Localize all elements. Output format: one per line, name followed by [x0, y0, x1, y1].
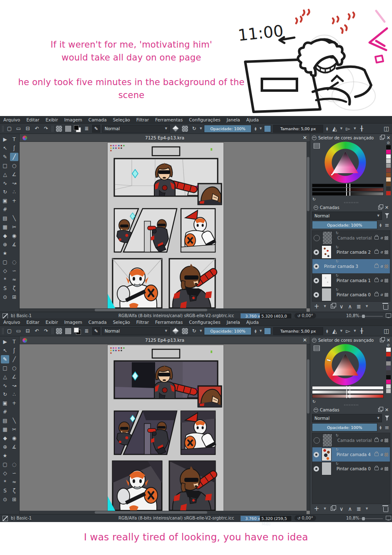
polygon-select-tool[interactable]: ◇	[1, 469, 9, 477]
brush-preset-list-button[interactable]: ≣	[83, 125, 90, 132]
freehand-brush-tool[interactable]: ✎	[1, 355, 9, 363]
color-settings-icon[interactable]	[314, 143, 320, 149]
close-panel-icon[interactable]: ✕	[387, 338, 390, 343]
color-history-swatch[interactable]	[386, 182, 391, 186]
zoom-slider[interactable]	[359, 518, 383, 519]
color-history-swatch[interactable]	[386, 375, 391, 379]
color-history-swatch[interactable]	[386, 159, 391, 163]
measure-tool[interactable]: ∡	[10, 443, 18, 451]
lock-icon[interactable]	[374, 279, 379, 282]
inherit-alpha-icon[interactable]	[384, 293, 388, 297]
reference-images-tool[interactable]: ★	[1, 249, 9, 257]
freehand-select-tool[interactable]: ∽	[10, 267, 18, 275]
crop-tool[interactable]: #	[1, 205, 9, 214]
pan-tool[interactable]: ⊞	[10, 495, 18, 504]
refresh-colors-icon[interactable]: ↻	[312, 197, 316, 202]
menu-editar[interactable]: Editar	[26, 320, 39, 325]
layer-filter-icon[interactable]	[384, 416, 389, 421]
menu-camada[interactable]: Camada	[88, 320, 107, 325]
inherit-alpha-icon[interactable]	[384, 265, 388, 268]
wrap-around-button[interactable]: ▻	[344, 125, 352, 132]
move-tool[interactable]: +	[10, 399, 18, 407]
layer-visibility-toggle[interactable]	[314, 235, 320, 241]
lock-icon[interactable]	[374, 265, 379, 268]
rotation-reset-icon[interactable]: ↺	[297, 516, 301, 520]
chevron-down-icon[interactable]: ▼	[259, 127, 261, 130]
redo-button[interactable]: ↷	[43, 328, 50, 335]
menu-janela[interactable]: Janela	[226, 117, 240, 122]
rotation-reset-icon[interactable]: ↺	[297, 314, 301, 318]
alpha-lock-icon[interactable]: α	[380, 467, 383, 471]
color-history-swatch[interactable]	[386, 164, 391, 168]
shade-slider[interactable]	[312, 188, 384, 192]
float-panel-icon[interactable]	[378, 408, 382, 412]
color-history-swatch[interactable]	[386, 371, 391, 375]
freehand-brush-tool[interactable]: ✎	[1, 153, 9, 161]
close-panel-icon[interactable]: ✕	[385, 407, 389, 413]
smart-patch-tool[interactable]: ✂	[10, 425, 18, 434]
layer-row[interactable]: ↻Pintar camada 0α	[312, 462, 390, 476]
magnetic-select-tool[interactable]: ζ	[10, 284, 18, 293]
lock-icon[interactable]	[374, 439, 379, 442]
pattern-chooser-button[interactable]	[65, 125, 72, 132]
calligraphy-tool[interactable]: ʃ	[10, 346, 18, 355]
alpha-lock-icon[interactable]: α	[380, 236, 383, 240]
inherit-alpha-icon[interactable]	[384, 439, 388, 442]
freehand-path-tool[interactable]: ↝	[10, 381, 18, 390]
layer-opacity-slider[interactable]: Opacidade: 100%	[312, 423, 377, 431]
size-spinner[interactable]: ▲▼	[325, 126, 329, 131]
trim-button[interactable]: ╂	[358, 328, 365, 335]
opacity-slider[interactable]: Opacidade: 100%	[204, 327, 251, 335]
color-history-swatch[interactable]	[386, 348, 391, 352]
brush-size-slider[interactable]: Tamanho: 5,00 px	[273, 125, 323, 133]
layer-visibility-toggle[interactable]	[314, 437, 320, 444]
color-history-swatch[interactable]	[386, 173, 391, 177]
enclose-fill-tool[interactable]: ◉	[10, 232, 18, 240]
reload-preset-button[interactable]: ↻	[191, 328, 198, 335]
alpha-lock-icon[interactable]: α	[380, 293, 383, 297]
select-shapes-tool[interactable]: ▶	[1, 338, 9, 346]
chevron-down-icon[interactable]: ▼	[324, 507, 326, 510]
canvas-rotation-widget[interactable]: ↺0,00°	[294, 515, 316, 521]
contiguous-select-tool[interactable]: *	[1, 478, 9, 486]
pattern-tool[interactable]: ▦	[1, 223, 9, 231]
vertical-scrollbar[interactable]	[307, 344, 310, 511]
redo-button[interactable]: ↷	[43, 125, 50, 132]
similar-select-tool[interactable]: ≈	[10, 478, 18, 486]
no-color-icon[interactable]: ⊘	[387, 343, 390, 347]
fit-to-screen-icon[interactable]	[386, 313, 391, 318]
text-tool[interactable]: T	[10, 135, 18, 144]
freehand-path-tool[interactable]: ↝	[10, 179, 18, 187]
gradient-tool[interactable]: ▤	[1, 214, 9, 222]
shade-slider[interactable]	[312, 394, 384, 398]
vertical-scrollbar-thumb[interactable]	[307, 359, 309, 414]
layer-opacity-spinner[interactable]: ▲▼	[379, 223, 382, 227]
document-titlebar[interactable]: 7125 Ep4-p13.kra ✕	[20, 336, 310, 344]
menu-filtrar[interactable]: Filtrar	[136, 117, 149, 122]
edit-shapes-tool[interactable]: ↖	[1, 144, 9, 152]
inherit-alpha-icon[interactable]	[384, 236, 388, 240]
menu-filtrar[interactable]: Filtrar	[136, 320, 149, 325]
undo-button[interactable]: ↶	[33, 328, 40, 335]
layer-blend-mode-dropdown[interactable]: Normal▼	[312, 414, 382, 422]
eraser-mode-button[interactable]	[172, 328, 179, 335]
color-history-swatch[interactable]	[386, 177, 391, 182]
menu-ferramentas[interactable]: Ferramentas	[155, 320, 183, 325]
save-document-button[interactable]: ⊟	[24, 125, 31, 132]
menu-seleção[interactable]: Seleção	[113, 320, 130, 325]
toolbar-grip[interactable]	[52, 328, 53, 334]
reload-preset-button[interactable]: ↻	[191, 125, 198, 132]
rectangle-tool[interactable]: □	[1, 161, 9, 170]
lock-icon[interactable]	[374, 453, 379, 456]
chevron-down-icon[interactable]: ▼	[340, 127, 342, 130]
brush-size-slider[interactable]: Tamanho: 5,00 px	[273, 327, 323, 335]
polyline-tool[interactable]: ∠	[10, 170, 18, 179]
text-tool[interactable]: T	[10, 338, 18, 346]
crop-tool[interactable]: #	[1, 408, 9, 416]
comic-page-canvas[interactable]	[108, 345, 224, 512]
fg-bg-color-chip[interactable]	[74, 328, 81, 335]
chevron-down-icon[interactable]: ▼	[354, 329, 356, 333]
horizontal-scrollbar-thumb[interactable]	[95, 511, 207, 514]
blend-mode-dropdown[interactable]: Normal▼	[102, 125, 170, 133]
pattern-chooser-button[interactable]	[65, 328, 72, 335]
